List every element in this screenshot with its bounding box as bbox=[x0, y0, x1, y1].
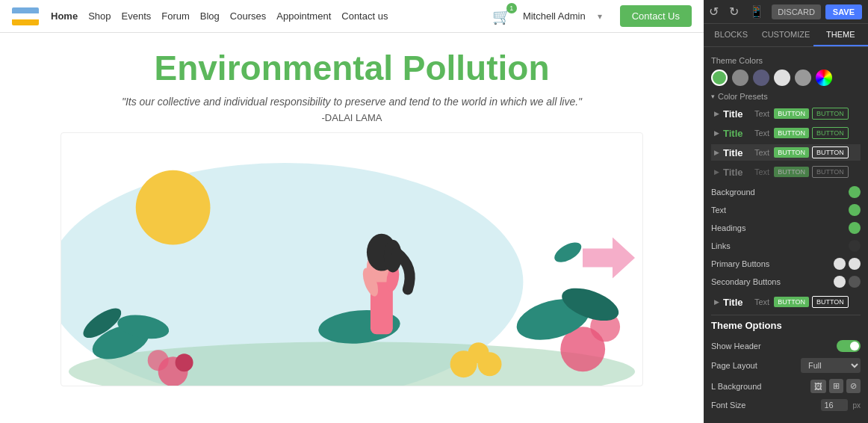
preset-btn2-extra[interactable]: BUTTON bbox=[812, 296, 849, 308]
right-panel: ↺ ↻ 📱 DISCARD SAVE BLOCKS CUSTOMIZE THEM… bbox=[704, 0, 868, 423]
preset-btn1-3[interactable]: BUTTON bbox=[774, 147, 809, 158]
links-color-dot[interactable] bbox=[849, 240, 861, 252]
secondary-buttons-dots bbox=[834, 276, 861, 288]
preset-btn2-3[interactable]: BUTTON bbox=[812, 146, 849, 158]
text-setting: Text bbox=[711, 201, 861, 219]
nav-logo bbox=[12, 7, 39, 25]
svg-point-10 bbox=[551, 238, 585, 266]
font-size-setting: Font Size px bbox=[711, 396, 861, 414]
contact-us-button[interactable]: Contact Us bbox=[620, 5, 692, 27]
preset-row-3[interactable]: ▶ Title Text BUTTON BUTTON bbox=[711, 144, 861, 161]
preset-text-2: Text bbox=[754, 129, 769, 138]
nav-link-courses[interactable]: Courses bbox=[230, 10, 266, 22]
bg-clear-icon[interactable]: ⊘ bbox=[846, 379, 861, 393]
tab-blocks[interactable]: BLOCKS bbox=[704, 24, 758, 46]
nav-link-home[interactable]: Home bbox=[51, 10, 78, 22]
headings-color-dot[interactable] bbox=[849, 222, 861, 234]
save-button[interactable]: SAVE bbox=[825, 4, 862, 19]
preset-row-2[interactable]: ▶ Title Text BUTTON BUTTON bbox=[711, 125, 861, 141]
cart-badge: 1 bbox=[506, 3, 517, 13]
preset-btn2-4[interactable]: BUTTON bbox=[812, 166, 849, 178]
panel-top-bar: ↺ ↻ 📱 DISCARD SAVE bbox=[704, 0, 868, 24]
nav-cart[interactable]: 🛒1 bbox=[492, 7, 511, 25]
secondary-btn-dot2[interactable] bbox=[849, 276, 861, 288]
font-size-label: Font Size bbox=[711, 401, 745, 410]
preset-row-1[interactable]: ▶ Title Text BUTTON BUTTON bbox=[711, 105, 861, 122]
preset-row-extra[interactable]: ▶ Title Text BUTTON BUTTON bbox=[711, 294, 861, 310]
tab-theme[interactable]: THEME bbox=[813, 24, 868, 46]
hero-author: -DALAI LAMA bbox=[15, 112, 689, 123]
nav-link-contactus[interactable]: Contact us bbox=[341, 10, 388, 22]
preset-btn1-4[interactable]: BUTTON bbox=[774, 167, 809, 177]
primary-btn-dot2[interactable] bbox=[849, 258, 861, 270]
preset-title-1: Title bbox=[723, 108, 750, 120]
nav-user-chevron[interactable]: ▾ bbox=[598, 11, 602, 22]
links-setting: Links bbox=[711, 237, 861, 255]
primary-btn-dot1[interactable] bbox=[834, 258, 846, 270]
primary-buttons-setting: Primary Buttons bbox=[711, 255, 861, 273]
discard-button[interactable]: DISCARD bbox=[772, 4, 821, 19]
nav-link-blog[interactable]: Blog bbox=[200, 10, 220, 22]
color-palette-icon[interactable] bbox=[816, 70, 832, 86]
secondary-btn-dot1[interactable] bbox=[834, 276, 846, 288]
secondary-buttons-setting: Secondary Buttons bbox=[711, 273, 861, 291]
svg-point-16 bbox=[176, 353, 193, 371]
tab-customize[interactable]: CUSTOMIZE bbox=[758, 24, 813, 46]
headings-setting: Headings bbox=[711, 219, 861, 237]
preset-chevron-4: ▶ bbox=[714, 168, 720, 176]
page-layout-select[interactable]: Full bbox=[801, 358, 861, 373]
undo-button[interactable]: ↺ bbox=[706, 3, 722, 20]
swatch-dark-purple[interactable] bbox=[753, 70, 769, 86]
preset-title-extra: Title bbox=[723, 297, 750, 308]
preset-title-4: Title bbox=[723, 167, 750, 178]
page-layout-label: Page Layout bbox=[711, 361, 757, 370]
background-icons: 🖼 ⊞ ⊘ bbox=[810, 379, 861, 393]
background-label: Background bbox=[711, 188, 755, 197]
font-size-input[interactable] bbox=[821, 399, 848, 411]
preset-btn1-1[interactable]: BUTTON bbox=[774, 108, 809, 119]
preset-chevron-2: ▶ bbox=[714, 129, 720, 137]
preset-text-extra: Text bbox=[754, 297, 769, 306]
preset-text-3: Text bbox=[754, 148, 769, 157]
swatch-gray[interactable] bbox=[732, 70, 748, 86]
background-l-label: L Background bbox=[711, 382, 761, 391]
nav-bar: Home Shop Events Forum Blog Courses Appo… bbox=[0, 0, 704, 33]
bg-image-icon[interactable]: 🖼 bbox=[810, 380, 826, 393]
presets-chevron-icon: ▾ bbox=[711, 93, 715, 100]
hero-title: Environmental Pollution bbox=[15, 48, 689, 88]
nav-link-forum[interactable]: Forum bbox=[161, 10, 190, 22]
show-header-toggle[interactable] bbox=[837, 340, 861, 352]
preset-chevron-1: ▶ bbox=[714, 110, 720, 117]
preset-btn2-1[interactable]: BUTTON bbox=[812, 108, 849, 120]
preset-btn1-2[interactable]: BUTTON bbox=[774, 128, 809, 138]
mobile-preview-button[interactable]: 📱 bbox=[746, 3, 767, 20]
text-color-dot[interactable] bbox=[849, 204, 861, 216]
section-divider bbox=[711, 315, 861, 315]
background-color-dot[interactable] bbox=[849, 186, 861, 198]
bg-grid-icon[interactable]: ⊞ bbox=[829, 379, 843, 393]
swatch-green[interactable] bbox=[711, 70, 728, 86]
swatch-mid-gray[interactable] bbox=[795, 70, 811, 86]
primary-buttons-dots bbox=[834, 258, 861, 270]
nav-link-events[interactable]: Events bbox=[122, 10, 152, 22]
preset-text-4: Text bbox=[754, 167, 769, 176]
primary-buttons-label: Primary Buttons bbox=[711, 259, 769, 268]
preset-title-3: Title bbox=[723, 147, 750, 158]
nav-link-appointment[interactable]: Appointment bbox=[276, 10, 331, 22]
nav-user: Mitchell Admin bbox=[523, 10, 586, 22]
preset-row-4[interactable]: ▶ Title Text BUTTON BUTTON bbox=[711, 164, 861, 180]
hero-quote: "Its our collective and individual respo… bbox=[15, 96, 689, 108]
nav-link-shop[interactable]: Shop bbox=[88, 10, 111, 22]
font-size-input-row: px bbox=[821, 399, 861, 411]
swatch-light[interactable] bbox=[774, 70, 790, 86]
main-content: Home Shop Events Forum Blog Courses Appo… bbox=[0, 0, 704, 423]
color-presets-label[interactable]: ▾ Color Presets bbox=[711, 92, 861, 101]
theme-options-title: Theme Options bbox=[711, 320, 861, 331]
redo-button[interactable]: ↻ bbox=[726, 3, 742, 20]
preset-btn2-2[interactable]: BUTTON bbox=[812, 127, 849, 139]
theme-colors-label: Theme Colors bbox=[711, 56, 861, 65]
svg-point-13 bbox=[478, 352, 502, 376]
preset-btn1-extra[interactable]: BUTTON bbox=[774, 297, 809, 307]
preset-title-2: Title bbox=[723, 128, 750, 139]
nav-links: Home Shop Events Forum Blog Courses Appo… bbox=[51, 10, 480, 22]
